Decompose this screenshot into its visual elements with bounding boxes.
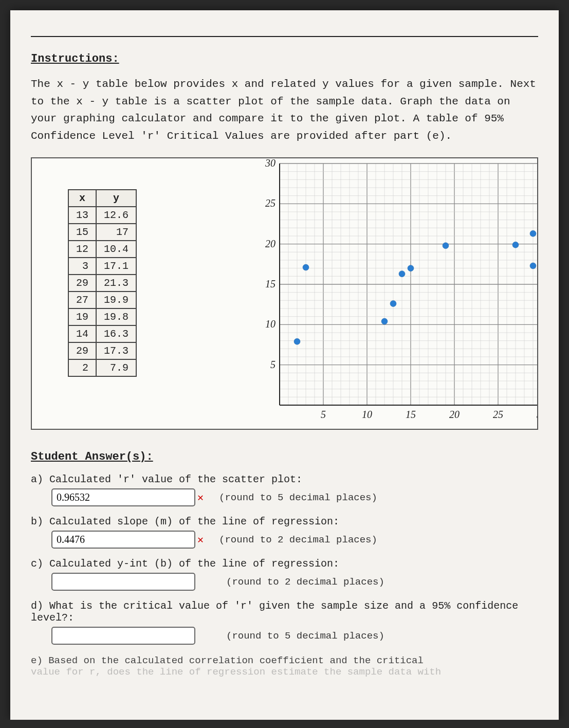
question-a-label: a) Calculated 'r' value of the scatter p… (31, 474, 538, 485)
table-cell: 19.9 (96, 292, 136, 308)
question-e: e) Based on the calculated correlation c… (31, 655, 538, 678)
question-c: c) Calculated y-int (b) of the line of r… (31, 558, 538, 591)
svg-point-80 (530, 231, 536, 237)
divider (31, 36, 538, 37)
table-cell: 21.3 (96, 275, 136, 292)
svg-point-81 (512, 242, 519, 248)
incorrect-icon: ✕ (197, 533, 204, 546)
question-d-hint: (round to 5 decimal places) (226, 630, 384, 642)
table-row: 317.1 (68, 258, 136, 275)
svg-text:15: 15 (406, 409, 416, 420)
svg-text:30: 30 (536, 409, 538, 420)
incorrect-icon: ✕ (197, 491, 204, 504)
table-row: 27.9 (68, 359, 136, 376)
col-header-x: x (68, 190, 96, 207)
question-b-label: b) Calculated slope (m) of the line of r… (31, 516, 538, 527)
svg-text:20: 20 (265, 238, 276, 249)
question-e-label: e) Based on the calculated correlation c… (31, 655, 424, 666)
question-c-hint: (round to 2 decimal places) (226, 576, 384, 588)
table-row: 1517 (68, 224, 136, 241)
table-row: 2719.9 (68, 292, 136, 308)
table-cell: 12.6 (96, 207, 136, 224)
question-a-hint: (round to 5 decimal places) (219, 492, 377, 503)
svg-point-85 (294, 339, 300, 345)
svg-text:15: 15 (265, 278, 276, 289)
table-cell: 19 (68, 308, 96, 325)
table-cell: 29 (68, 342, 96, 359)
scatter-plot: 5101520253051015202530 (259, 158, 537, 428)
svg-point-76 (390, 301, 396, 307)
svg-point-78 (381, 318, 388, 324)
question-d: d) What is the critical value of 'r' giv… (31, 600, 538, 645)
table-row: 1416.3 (68, 325, 136, 342)
table-row: 2921.3 (68, 275, 136, 292)
table-header-row: x y (68, 190, 136, 207)
scatter-plot-svg: 5101520253051015202530 (259, 158, 538, 426)
table-cell: 7.9 (96, 359, 136, 376)
instructions-heading: Instructions: (31, 52, 538, 65)
xy-table: x y 1312.615171210.4317.12921.32719.9191… (68, 189, 137, 377)
page-content: Instructions: The x - y table below prov… (10, 10, 559, 720)
answers-heading: Student Answer(s): (31, 450, 538, 463)
figure-container: x y 1312.615171210.4317.12921.32719.9191… (31, 157, 538, 430)
col-header-y: y (96, 190, 136, 207)
svg-point-84 (530, 263, 536, 269)
table-cell: 29 (68, 275, 96, 292)
answer-b-input[interactable] (51, 531, 195, 549)
question-b-hint: (round to 2 decimal places) (219, 534, 377, 545)
instructions-text: The x - y table below provides x and rel… (31, 76, 538, 144)
table-cell: 16.3 (96, 325, 136, 342)
table-cell: 17.1 (96, 258, 136, 275)
svg-text:5: 5 (321, 409, 326, 420)
table-cell: 12 (68, 241, 96, 258)
answer-d-input[interactable] (51, 627, 195, 645)
table-row: 2917.3 (68, 342, 136, 359)
question-b: b) Calculated slope (m) of the line of r… (31, 516, 538, 549)
question-a: a) Calculated 'r' value of the scatter p… (31, 474, 538, 506)
svg-point-79 (303, 264, 309, 270)
svg-text:25: 25 (265, 198, 276, 209)
table-row: 1919.8 (68, 308, 136, 325)
svg-text:20: 20 (449, 409, 460, 420)
answers-section: a) Calculated 'r' value of the scatter p… (31, 474, 538, 678)
table-cell: 10.4 (96, 241, 136, 258)
table-cell: 2 (68, 359, 96, 376)
table-cell: 15 (68, 224, 96, 241)
faded-text: value for r, does the line of regression… (31, 666, 538, 678)
answer-a-input[interactable] (51, 488, 195, 506)
question-c-label: c) Calculated y-int (b) of the line of r… (31, 558, 538, 570)
table-cell: 14 (68, 325, 96, 342)
svg-point-83 (399, 271, 405, 277)
answer-c-input[interactable] (51, 573, 195, 591)
xy-table-container: x y 1312.615171210.4317.12921.32719.9191… (32, 158, 259, 397)
svg-text:30: 30 (265, 158, 276, 169)
question-d-label: d) What is the critical value of 'r' giv… (31, 600, 538, 624)
table-cell: 3 (68, 258, 96, 275)
svg-text:10: 10 (265, 319, 276, 330)
table-cell: 17.3 (96, 342, 136, 359)
table-row: 1312.6 (68, 207, 136, 224)
table-cell: 19.8 (96, 308, 136, 325)
svg-point-77 (408, 265, 414, 271)
table-cell: 27 (68, 292, 96, 308)
table-row: 1210.4 (68, 241, 136, 258)
table-cell: 17 (96, 224, 136, 241)
svg-point-82 (443, 243, 449, 249)
svg-text:25: 25 (493, 409, 503, 420)
table-cell: 13 (68, 207, 96, 224)
svg-text:5: 5 (270, 359, 276, 370)
svg-text:10: 10 (362, 409, 372, 420)
